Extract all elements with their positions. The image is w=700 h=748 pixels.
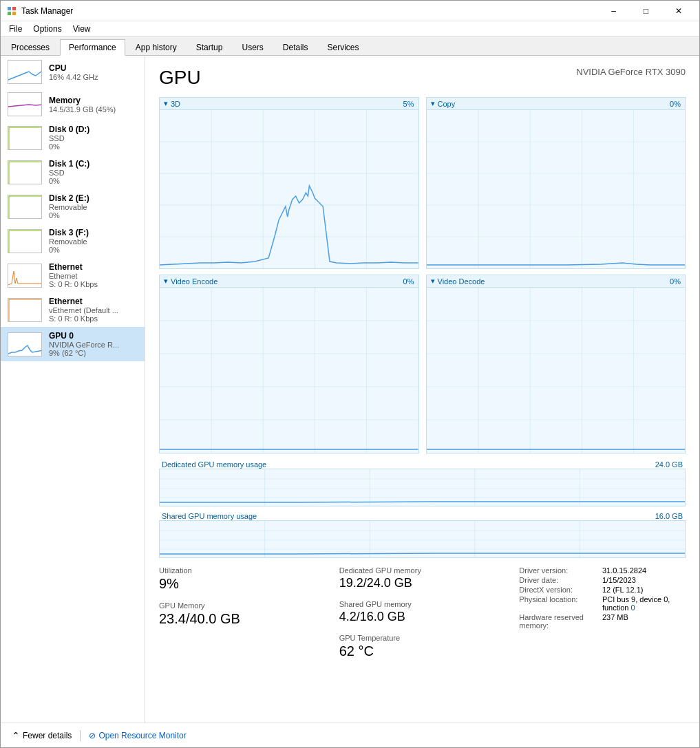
fewer-details-icon: ⌃ xyxy=(12,730,20,741)
hardware-reserved-value: 237 MB xyxy=(602,613,686,630)
disk2-thumbnail xyxy=(8,195,42,219)
svg-rect-50 xyxy=(160,469,685,506)
shared-memory-max: 16.0 GB xyxy=(655,512,683,520)
hardware-reserved-label: Hardware reserved memory: xyxy=(519,613,591,630)
disk0-sublabel: SSD xyxy=(49,134,138,142)
chart-copy: ▾ Copy 0% xyxy=(426,97,686,269)
disk3-thumbnail xyxy=(8,229,42,253)
svg-rect-12 xyxy=(8,230,42,253)
maximize-button[interactable]: □ xyxy=(630,1,661,21)
chart-3d-value: 5% xyxy=(403,100,414,108)
stats-col-3: Driver version: 31.0.15.2824 Driver date… xyxy=(519,566,686,669)
disk2-value: 0% xyxy=(49,211,138,220)
chart-copy-label: Copy xyxy=(438,100,456,108)
open-resource-monitor-link[interactable]: ⊘ Open Resource Monitor xyxy=(89,731,186,740)
tab-users[interactable]: Users xyxy=(233,39,272,55)
gpu-title: GPU xyxy=(159,67,201,89)
svg-rect-2 xyxy=(8,12,11,15)
temp-label: GPU Temperature xyxy=(339,634,506,642)
gpu0-sublabel: NVIDIA GeForce R... xyxy=(49,341,138,349)
temp-group: GPU Temperature 62 °C xyxy=(339,634,506,659)
chart-encode-value: 0% xyxy=(403,277,414,286)
content-area: CPU 16% 4.42 GHz Memory 14.5/31.9 GB (45… xyxy=(1,56,699,723)
dedicated-gpu-label: Dedicated GPU memory xyxy=(339,566,506,575)
chart-3d-header: ▾ 3D 5% xyxy=(160,98,418,110)
disk2-sublabel: Removable xyxy=(49,203,138,211)
menu-options[interactable]: Options xyxy=(28,23,67,35)
sidebar-item-disk2[interactable]: Disk 2 (E:) Removable 0% xyxy=(1,189,145,224)
stats-col-2: Dedicated GPU memory 19.2/24.0 GB Shared… xyxy=(339,566,506,669)
chart-3d-label: 3D xyxy=(171,100,180,108)
gpu-model: NVIDIA GeForce RTX 3090 xyxy=(576,67,686,77)
resource-monitor-icon: ⊘ xyxy=(89,731,96,740)
tab-startup[interactable]: Startup xyxy=(187,39,232,55)
ethernet1-sublabel: Ethernet xyxy=(49,272,138,280)
ethernet2-value: S: 0 R: 0 Kbps xyxy=(49,314,138,323)
tab-processes[interactable]: Processes xyxy=(2,39,59,55)
minimize-button[interactable]: – xyxy=(598,1,629,21)
sidebar-item-cpu[interactable]: CPU 16% 4.42 GHz xyxy=(1,56,145,88)
window-title: Task Manager xyxy=(21,6,598,16)
disk1-sublabel: SSD xyxy=(49,169,138,177)
svg-rect-10 xyxy=(8,195,42,219)
ethernet2-label: Ethernet xyxy=(49,297,138,306)
ethernet2-info: Ethernet vEthernet (Default ... S: 0 R: … xyxy=(49,297,138,323)
menu-file[interactable]: File xyxy=(3,23,28,35)
memory-label: Memory xyxy=(49,96,138,105)
disk1-value: 0% xyxy=(49,177,138,185)
ethernet2-sublabel: vEthernet (Default ... xyxy=(49,306,138,314)
sidebar-item-ethernet1[interactable]: Ethernet Ethernet S: 0 R: 0 Kbps xyxy=(1,258,145,292)
dedicated-memory-section: Dedicated GPU memory usage 24.0 GB xyxy=(159,459,686,506)
chart-video-decode: ▾ Video Decode 0% xyxy=(426,275,686,453)
gpu-header: GPU NVIDIA GeForce RTX 3090 xyxy=(159,67,686,89)
utilization-value: 9% xyxy=(159,576,326,592)
chart-encode-body xyxy=(160,288,418,453)
disk2-label: Disk 2 (E:) xyxy=(49,193,138,203)
physical-location-value: PCI bus 9, device 0, function 0 xyxy=(602,595,686,612)
dedicated-memory-label: Dedicated GPU memory usage xyxy=(162,460,266,469)
sidebar-item-memory[interactable]: Memory 14.5/31.9 GB (45%) xyxy=(1,88,145,120)
shared-memory-label: Shared GPU memory usage xyxy=(162,512,257,520)
temp-value: 62 °C xyxy=(339,643,506,659)
dedicated-gpu-group: Dedicated GPU memory 19.2/24.0 GB xyxy=(339,566,506,590)
fewer-details-button[interactable]: ⌃ Fewer details xyxy=(12,730,72,741)
menu-view[interactable]: View xyxy=(67,23,96,35)
ethernet1-value: S: 0 R: 0 Kbps xyxy=(49,280,138,288)
gpu0-thumbnail xyxy=(8,332,42,356)
close-button[interactable]: ✕ xyxy=(663,1,694,21)
tab-app-history[interactable]: App history xyxy=(127,39,186,55)
chart-3d-chevron: ▾ xyxy=(164,99,168,108)
gpu-memory-label: GPU Memory xyxy=(159,601,326,610)
memory-thumbnail xyxy=(8,92,42,116)
ethernet2-thumbnail xyxy=(8,298,42,322)
chart-copy-label-group: ▾ Copy xyxy=(431,99,456,108)
chart-decode-label: Video Decode xyxy=(438,277,485,286)
sidebar-item-ethernet2[interactable]: Ethernet vEthernet (Default ... S: 0 R: … xyxy=(1,292,145,327)
svg-rect-17 xyxy=(8,333,42,356)
disk1-info: Disk 1 (C:) SSD 0% xyxy=(49,159,138,185)
svg-rect-1 xyxy=(12,7,16,10)
sidebar-item-disk0[interactable]: Disk 0 (D:) SSD 0% xyxy=(1,120,145,155)
directx-label: DirectX version: xyxy=(519,586,591,594)
driver-date-value: 1/15/2023 xyxy=(602,576,686,584)
svg-rect-14 xyxy=(8,264,42,288)
tab-details[interactable]: Details xyxy=(274,39,317,55)
sidebar-item-disk3[interactable]: Disk 3 (F:) Removable 0% xyxy=(1,224,145,258)
charts-row-1: ▾ 3D 5% xyxy=(159,97,686,269)
physical-location-label: Physical location: xyxy=(519,595,591,612)
cpu-sublabel: 16% 4.42 GHz xyxy=(49,73,138,81)
svg-rect-4 xyxy=(8,61,42,84)
chart-3d-label-group: ▾ 3D xyxy=(164,99,180,108)
task-manager-window: Task Manager – □ ✕ File Options View Pro… xyxy=(0,0,700,748)
gpu0-info: GPU 0 NVIDIA GeForce R... 9% (62 °C) xyxy=(49,331,138,357)
shared-gpu-group: Shared GPU memory 4.2/16.0 GB xyxy=(339,600,506,624)
sidebar-item-disk1[interactable]: Disk 1 (C:) SSD 0% xyxy=(1,155,145,189)
shared-gpu-label: Shared GPU memory xyxy=(339,600,506,608)
disk1-thumbnail xyxy=(8,160,42,184)
svg-rect-6 xyxy=(8,127,42,150)
chart-3d: ▾ 3D 5% xyxy=(159,97,419,269)
tab-performance[interactable]: Performance xyxy=(60,39,125,56)
sidebar-item-gpu0[interactable]: GPU 0 NVIDIA GeForce R... 9% (62 °C) xyxy=(1,327,145,361)
main-panel: GPU NVIDIA GeForce RTX 3090 ▾ 3D 5% xyxy=(145,56,699,723)
tab-services[interactable]: Services xyxy=(319,39,368,55)
